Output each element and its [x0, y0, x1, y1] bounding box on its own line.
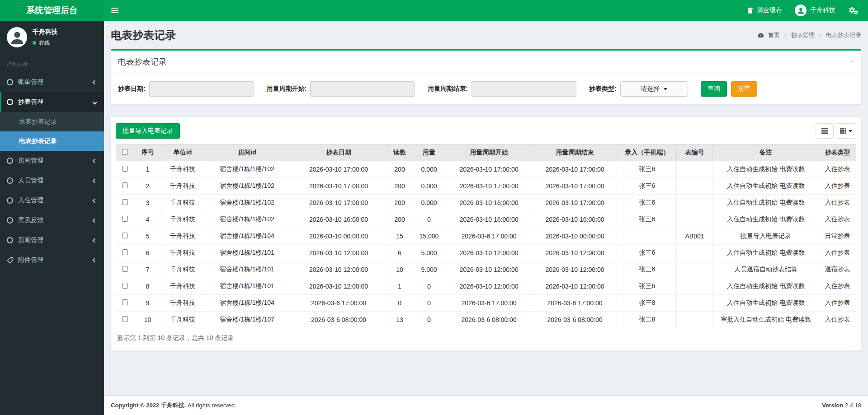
- sidebar-user-status[interactable]: 在线: [33, 39, 58, 47]
- table-row[interactable]: 10 千舟科技 宿舍楼/1栋/1楼/107 2026-03-6 08:00:00…: [116, 312, 856, 328]
- clear-button[interactable]: 清空: [731, 81, 757, 97]
- row-checkbox[interactable]: [122, 233, 128, 238]
- column-header[interactable]: 录入（手机端）: [618, 145, 677, 161]
- settings-button[interactable]: [842, 0, 864, 21]
- columns-button[interactable]: [836, 123, 856, 139]
- row-checkbox[interactable]: [122, 299, 128, 305]
- sidebar-item-room-management[interactable]: 房间管理: [0, 151, 104, 171]
- sidebar-item-personnel-management[interactable]: 人员管理: [0, 171, 104, 191]
- meter-type-select[interactable]: 请选择: [620, 81, 688, 97]
- cell-usage: 0.000: [412, 178, 446, 195]
- breadcrumb-home[interactable]: 首页: [768, 31, 780, 39]
- cell-unit-id: 千舟科技: [161, 161, 204, 178]
- cell-period-start: 2026-03-10 12:00:00: [446, 278, 532, 295]
- sidebar-item-water-meter-records[interactable]: 水表抄表记录: [0, 112, 104, 131]
- row-checkbox[interactable]: [122, 182, 128, 188]
- sidebar-item-attachment-management[interactable]: 附件管理: [0, 250, 104, 270]
- navbar-user-menu[interactable]: 千舟科技: [788, 0, 842, 21]
- table-row[interactable]: 1 千舟科技 宿舍楼/1栋/1楼/102 2026-03-10 17:00:00…: [116, 161, 856, 178]
- cell-room-id: 宿舍楼/1栋/1楼/102: [204, 178, 290, 195]
- cell-index: 2: [134, 178, 161, 195]
- cell-room-id: 宿舍楼/1栋/1楼/104: [204, 295, 290, 312]
- search-button[interactable]: 查询: [701, 81, 727, 97]
- sidebar-item-checkin-management[interactable]: 入住管理: [0, 191, 104, 210]
- sidebar-item-bill-management[interactable]: 账单管理: [0, 72, 104, 92]
- cell-period-end: 2026-03-10 17:00:00: [532, 178, 618, 195]
- table-row[interactable]: 7 千舟科技 宿舍楼/1栋/1楼/101 2026-03-10 12:00:00…: [116, 261, 856, 278]
- column-header[interactable]: 抄表类型: [819, 145, 856, 161]
- row-checkbox[interactable]: [122, 166, 128, 172]
- usage-period-end-input[interactable]: [472, 81, 576, 97]
- cell-index: 4: [134, 211, 161, 228]
- usage-period-start-input[interactable]: [310, 81, 415, 97]
- batch-import-button[interactable]: 批量导入电表记录: [116, 123, 180, 139]
- sidebar-user-name: 千舟科技: [33, 28, 58, 36]
- cell-period-start: 2026-03-10 17:00:00: [446, 178, 532, 195]
- select-all-checkbox[interactable]: [122, 149, 128, 155]
- dashboard-icon: [758, 33, 764, 38]
- row-checkbox[interactable]: [122, 266, 128, 272]
- cell-meter-no: [677, 211, 713, 228]
- column-header[interactable]: 抄表日期: [290, 145, 387, 161]
- cell-reading-type: 入住抄表: [819, 312, 856, 328]
- usage-period-end-field: 用量周期结束:: [428, 81, 576, 97]
- collapse-button[interactable]: −: [849, 58, 854, 66]
- cell-meter-no: [677, 195, 713, 211]
- cell-period-end: 2026-03-10 00:00:00: [532, 228, 618, 245]
- table-row[interactable]: 3 千舟科技 宿舍楼/1栋/1楼/102 2026-03-10 17:00:00…: [116, 195, 856, 211]
- cell-reading: 1: [387, 278, 412, 295]
- column-header[interactable]: 备注: [713, 145, 819, 161]
- usage-period-end-label: 用量周期结束:: [428, 85, 468, 93]
- cell-reading-date: 2026-03-10 17:00:00: [290, 195, 387, 211]
- cell-period-start: 2026-03-6 17:00:00: [446, 295, 532, 312]
- sidebar-user-panel: 千舟科技 在线: [0, 21, 104, 55]
- column-header[interactable]: 房间id: [204, 145, 290, 161]
- row-checkbox-cell: [116, 228, 134, 245]
- meter-type-selected-value: 请选择: [641, 85, 660, 93]
- sidebar-item-news-management[interactable]: 新闻管理: [0, 230, 104, 250]
- meter-date-input[interactable]: [149, 81, 254, 97]
- column-header[interactable]: 序号: [134, 145, 161, 161]
- clear-cache-button[interactable]: 清空缓存: [741, 0, 788, 21]
- sidebar-item-electric-meter-records[interactable]: 电表抄表记录: [0, 131, 104, 151]
- row-checkbox[interactable]: [122, 216, 128, 222]
- cell-reading: 0: [387, 295, 412, 312]
- row-checkbox[interactable]: [122, 316, 128, 322]
- column-header[interactable]: 用量周期开始: [446, 145, 532, 161]
- cell-recorder: 张三6: [618, 278, 677, 295]
- cell-period-end: 2026-03-10 12:00:00: [532, 278, 618, 295]
- cell-room-id: 宿舍楼/1栋/1楼/107: [204, 312, 290, 328]
- table-row[interactable]: 6 千舟科技 宿舍楼/1栋/1楼/101 2026-03-10 12:00:00…: [116, 245, 856, 261]
- version-value: 2.4.18: [845, 402, 861, 409]
- column-header[interactable]: 读数: [387, 145, 412, 161]
- sidebar-user-info: 千舟科技 在线: [33, 28, 58, 47]
- cell-unit-id: 千舟科技: [161, 228, 204, 245]
- row-checkbox[interactable]: [122, 283, 128, 289]
- breadcrumb-section[interactable]: 抄表管理: [791, 31, 815, 39]
- row-checkbox[interactable]: [122, 249, 128, 255]
- table-row[interactable]: 9 千舟科技 宿舍楼/1栋/1楼/104 2026-03-6 17:00:00 …: [116, 295, 856, 312]
- table-body: 1 千舟科技 宿舍楼/1栋/1楼/102 2026-03-10 17:00:00…: [116, 161, 856, 328]
- version-text: Version 2.4.18: [822, 402, 861, 409]
- column-header[interactable]: 用量: [412, 145, 446, 161]
- table-row[interactable]: 4 千舟科技 宿舍楼/1栋/1楼/102 2026-03-10 16:00:00…: [116, 211, 856, 228]
- app-logo[interactable]: 系统管理后台: [0, 0, 104, 21]
- sidebar-item-meter-management[interactable]: 抄表管理: [0, 92, 104, 112]
- row-checkbox[interactable]: [122, 199, 128, 205]
- sidebar-item-feedback[interactable]: 意见反馈: [0, 210, 104, 230]
- column-header[interactable]: 表编号: [677, 145, 713, 161]
- table-row[interactable]: 8 千舟科技 宿舍楼/1栋/1楼/101 2026-03-10 12:00:00…: [116, 278, 856, 295]
- cell-usage: 0: [412, 278, 446, 295]
- column-header[interactable]: 单位id: [161, 145, 204, 161]
- table-view-buttons: [816, 123, 856, 139]
- column-header[interactable]: 用量周期结束: [532, 145, 618, 161]
- cell-index: 6: [134, 245, 161, 261]
- table-row[interactable]: 5 千舟科技 宿舍楼/1栋/1楼/104 2026-03-10 00:00:00…: [116, 228, 856, 245]
- table-row[interactable]: 2 千舟科技 宿舍楼/1栋/1楼/102 2026-03-10 17:00:00…: [116, 178, 856, 195]
- meter-type-label: 抄表类型:: [589, 85, 617, 93]
- toggle-view-button[interactable]: [816, 123, 834, 139]
- sidebar-toggle-button[interactable]: [104, 0, 126, 21]
- cell-period-end: 2026-03-10 17:00:00: [532, 161, 618, 178]
- chevron-left-icon: [93, 80, 97, 84]
- cell-reading-type: 入住抄表: [819, 161, 856, 178]
